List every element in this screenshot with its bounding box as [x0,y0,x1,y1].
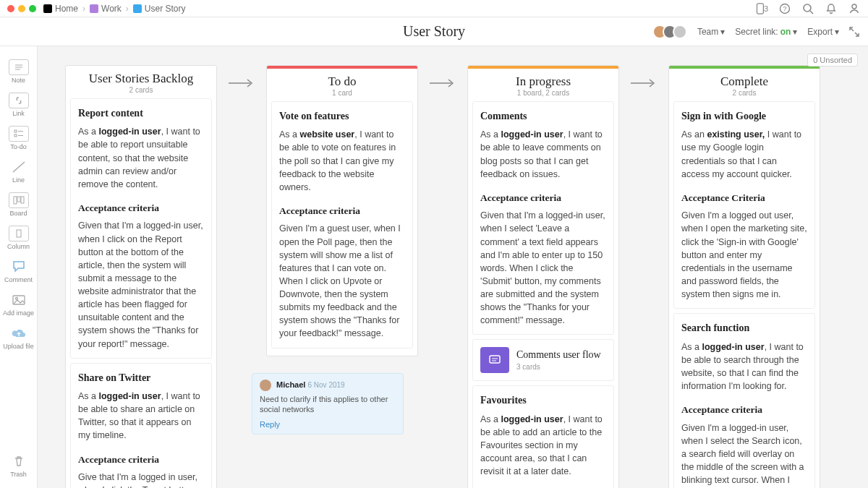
svg-text:?: ? [783,5,786,12]
sidebar-item-label: Upload file [3,343,34,350]
card-search-function[interactable]: Search function As a logged-in user, I w… [673,313,815,488]
card-title: Search function [681,321,807,335]
comment-icon [9,259,29,275]
sidebar-item-todo[interactable]: To-do [0,123,37,153]
export-dropdown[interactable]: Export ▾ [807,27,839,37]
card-title: Sign in with Google [681,109,807,124]
acceptance-body: Given I'm a guest user, when I open the … [279,222,405,340]
card-share-twitter[interactable]: Share on Twitter As a logged-in user, I … [70,363,212,488]
column-title: Complete [676,74,812,89]
svg-rect-9 [14,130,17,132]
chevron-down-icon: ▾ [720,27,725,37]
help-icon[interactable]: ? [778,2,791,15]
svg-line-4 [810,11,813,14]
upload-icon [9,325,29,341]
collaborator-avatars[interactable] [657,25,687,39]
bell-icon[interactable] [825,2,838,15]
acceptance-body: Given I'm a logged out user, when I open… [681,209,807,301]
todo-icon [9,126,29,142]
card-favourites[interactable]: Favourites As a logged-in user, I want t… [472,385,614,488]
sidebar-item-label: Note [12,77,25,84]
sidebar-item-note[interactable]: Note [0,56,37,87]
acceptance-body: Given that I'm a logged-in user, when I … [78,219,204,350]
card-body: As an existing user, I want to use my Go… [681,128,807,181]
card-body: As a logged-in user, I want to be able t… [480,413,606,479]
column-backlog[interactable]: User Stories Backlog 2 cards Report cont… [65,65,217,488]
card-body: As a logged-in user, I want to be able t… [480,128,606,181]
acceptance-body: Give that I'm a logged in user, when I c… [78,471,204,488]
svg-rect-16 [21,197,24,203]
device-icon[interactable]: 3 [755,2,768,15]
window-minimize-icon[interactable] [18,5,25,12]
window-close-icon[interactable] [7,5,14,12]
sidebar-item-column[interactable]: Column [0,223,37,253]
unsorted-badge[interactable]: 0 Unsorted [807,53,858,67]
sidebar-item-add-image[interactable]: Add image [0,289,37,320]
arrow-icon [227,72,256,94]
comment-reply-link[interactable]: Reply [260,419,396,429]
svg-rect-14 [14,197,17,204]
secret-link-toggle[interactable]: Secret link: on ▾ [735,27,797,37]
expand-icon[interactable] [849,27,859,37]
page-title: User Story [403,23,465,40]
window-topbar: Home › Work › User Story 3 ? [0,0,868,17]
board-canvas[interactable]: 0 Unsorted User Stories Backlog 2 cards … [38,46,868,488]
breadcrumb-work[interactable]: Work [90,4,122,14]
comment-bubble[interactable]: Michael 6 Nov 2019 Need to clarify if th… [252,373,404,435]
column-subtitle: 2 cards [676,89,812,97]
titlebar: User Story Team ▾ Secret link: on ▾ Expo… [0,17,868,46]
profile-icon[interactable] [848,2,861,15]
acceptance-heading: Acceptance criteria [681,403,807,417]
acceptance-body: Given I'm a logged-in user, when I selec… [681,421,807,488]
folder-icon [90,4,98,13]
svg-point-3 [804,4,811,12]
board-icon [133,4,142,13]
svg-point-19 [15,298,17,300]
card-sign-in-google[interactable]: Sign in with Google As an existing user,… [673,101,815,309]
sidebar-item-trash[interactable]: Trash [0,450,37,481]
sidebar-item-label: Line [12,176,25,184]
card-report-content[interactable]: Report content As a logged-in user, I wa… [70,98,212,359]
chevron-down-icon: ▾ [793,27,797,37]
card-title: Comments [480,109,606,124]
team-dropdown[interactable]: Team ▾ [697,27,725,37]
svg-rect-15 [17,197,20,202]
acceptance-heading: Acceptance criteria [480,191,606,205]
svg-line-13 [13,162,25,172]
sidebar-item-upload[interactable]: Upload file [0,322,37,353]
sidebar-item-comment[interactable]: Comment [0,256,37,286]
column-subtitle: 1 card [274,89,410,97]
svg-point-5 [852,4,856,9]
sidebar-item-line[interactable]: Line [0,156,37,187]
sidebar-item-link[interactable]: Link [0,90,37,120]
window-maximize-icon[interactable] [29,5,36,12]
card-comments[interactable]: Comments As a logged-in user, I want to … [472,101,614,335]
column-title: To do [274,74,410,89]
search-icon[interactable] [801,2,814,15]
acceptance-body: Given that I'm a logged-in user, when I … [480,209,606,327]
acceptance-heading: Acceptance criteria [78,201,204,215]
card-comments-user-flow[interactable]: Comments user flow 3 cards [472,339,614,381]
sidebar-item-label: Comment [4,276,33,283]
breadcrumb-label: Work [101,4,122,14]
breadcrumb-story[interactable]: User Story [133,4,186,14]
home-icon [43,4,52,13]
sidebar-item-board[interactable]: Board [0,189,37,220]
column-title: In progress [475,74,611,89]
link-icon [9,93,29,108]
svg-rect-17 [17,230,21,237]
column-complete[interactable]: Complete 2 cards Sign in with Google As … [668,65,820,488]
breadcrumb-home[interactable]: Home [43,4,78,14]
column-in-progress[interactable]: In progress 1 board, 2 cards Comments As… [467,65,619,488]
svg-rect-0 [757,3,763,13]
column-todo[interactable]: To do 1 card Vote on features As a websi… [266,65,418,356]
avatar [260,380,271,391]
trash-icon [9,453,29,469]
link-card-sub: 3 cards [516,362,601,373]
comment-author: Michael [276,380,305,389]
window-controls[interactable] [7,5,36,12]
avatar[interactable] [673,25,687,39]
tool-sidebar: Note Link To-do Line Board Column Commen… [0,46,38,488]
comment-body: Need to clarify if this applies to other… [260,394,396,415]
card-vote-features[interactable]: Vote on features As a website user, I wa… [271,101,413,348]
